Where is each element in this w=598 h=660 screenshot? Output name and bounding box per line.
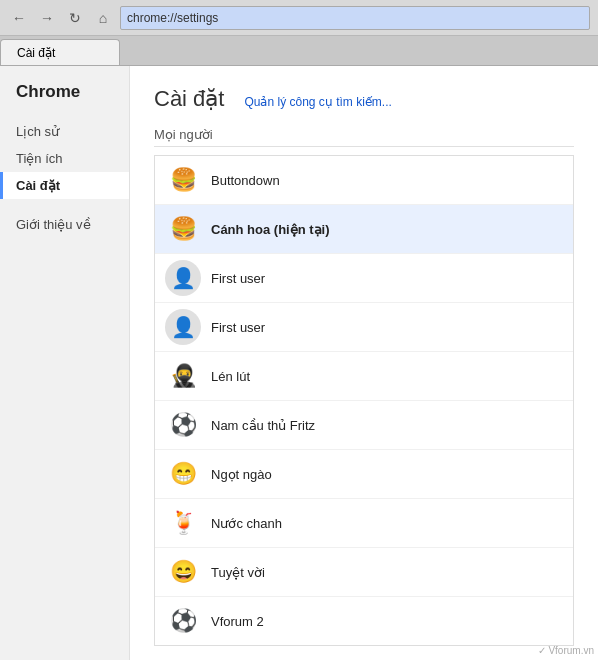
- avatar-nuocchanh: 🍹: [165, 505, 201, 541]
- home-button[interactable]: ⌂: [92, 7, 114, 29]
- avatar-lenlut: 🥷: [165, 358, 201, 394]
- tab-bar: Cài đặt: [0, 36, 598, 66]
- reload-button[interactable]: ↻: [64, 7, 86, 29]
- avatar-firstuser1: 👤: [165, 260, 201, 296]
- back-button[interactable]: ←: [8, 7, 30, 29]
- profile-item-lenlut[interactable]: 🥷 Lén lút: [155, 352, 573, 401]
- manage-link[interactable]: Quản lý công cụ tìm kiếm...: [244, 95, 391, 109]
- avatar-tuyetvoi: 😄: [165, 554, 201, 590]
- browser-toolbar: ← → ↻ ⌂: [0, 0, 598, 36]
- sidebar-item-about[interactable]: Giới thiệu về: [0, 211, 129, 238]
- avatar-buttondown: 🍔: [165, 162, 201, 198]
- avatar-vforum2: ⚽: [165, 603, 201, 639]
- avatar-firstuser2: 👤: [165, 309, 201, 345]
- profile-name-nuocchanh: Nước chanh: [211, 516, 282, 531]
- profile-name-firstuser2: First user: [211, 320, 265, 335]
- profile-name-tuyetvoi: Tuyệt vời: [211, 565, 265, 580]
- sidebar-item-history[interactable]: Lịch sử: [0, 118, 129, 145]
- sidebar-title: Chrome: [0, 82, 129, 118]
- avatar-ngotngao: 😁: [165, 456, 201, 492]
- profile-name-fritz: Nam cầu thủ Fritz: [211, 418, 315, 433]
- profile-name-vforum2: Vforum 2: [211, 614, 264, 629]
- forward-button[interactable]: →: [36, 7, 58, 29]
- sidebar-item-extensions[interactable]: Tiện ích: [0, 145, 129, 172]
- profile-item-tuyetvoi[interactable]: 😄 Tuyệt vời: [155, 548, 573, 597]
- profile-item-nuocchanh[interactable]: 🍹 Nước chanh: [155, 499, 573, 548]
- watermark: ✓ Vforum.vn: [538, 645, 594, 656]
- profile-item-vforum2[interactable]: ⚽ Vforum 2: [155, 597, 573, 645]
- profile-item-buttondown[interactable]: 🍔 Buttondown: [155, 156, 573, 205]
- settings-tab[interactable]: Cài đặt: [0, 39, 120, 65]
- address-bar[interactable]: [120, 6, 590, 30]
- profile-name-ngotngao: Ngọt ngào: [211, 467, 272, 482]
- tab-label: Cài đặt: [17, 46, 55, 60]
- sidebar-divider: [0, 199, 129, 211]
- avatar-canhhoa: 🍔: [165, 211, 201, 247]
- profile-item-firstuser1[interactable]: 👤 First user: [155, 254, 573, 303]
- section-title: Mọi người: [154, 127, 574, 147]
- profile-item-canhhoa[interactable]: 🍔 Cánh hoa (hiện tại): [155, 205, 573, 254]
- avatar-fritz: ⚽: [165, 407, 201, 443]
- main-layout: Chrome Lịch sử Tiện ích Cài đặt Giới thi…: [0, 66, 598, 660]
- profile-name-lenlut: Lén lút: [211, 369, 250, 384]
- profile-name-buttondown: Buttondown: [211, 173, 280, 188]
- profile-name-canhhoa: Cánh hoa (hiện tại): [211, 222, 330, 237]
- sidebar: Chrome Lịch sử Tiện ích Cài đặt Giới thi…: [0, 66, 130, 660]
- profile-item-fritz[interactable]: ⚽ Nam cầu thủ Fritz: [155, 401, 573, 450]
- profile-item-ngotngao[interactable]: 😁 Ngọt ngào: [155, 450, 573, 499]
- content-area: Cài đặt Quản lý công cụ tìm kiếm... Mọi …: [130, 66, 598, 660]
- page-title: Cài đặt: [154, 86, 224, 112]
- profile-item-firstuser2[interactable]: 👤 First user: [155, 303, 573, 352]
- sidebar-item-settings[interactable]: Cài đặt: [0, 172, 129, 199]
- profile-list: 🍔 Buttondown 🍔 Cánh hoa (hiện tại) 👤 Fir…: [154, 155, 574, 646]
- profile-name-firstuser1: First user: [211, 271, 265, 286]
